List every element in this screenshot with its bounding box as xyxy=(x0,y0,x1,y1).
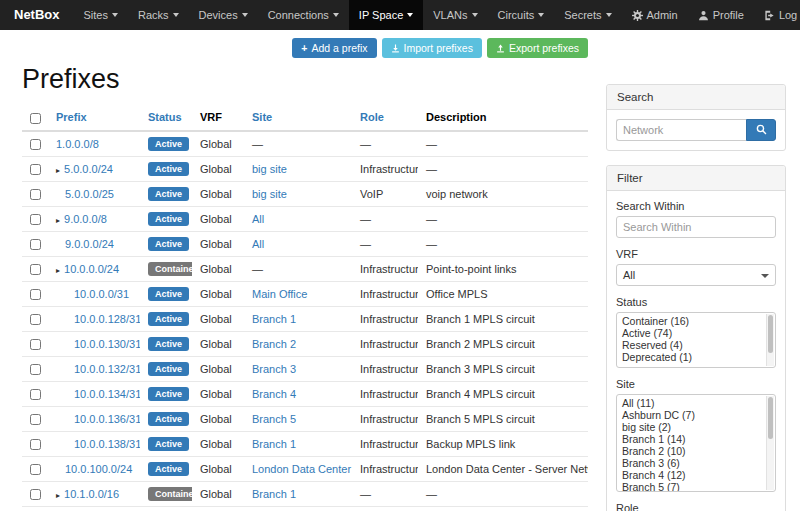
row-checkbox[interactable] xyxy=(30,414,41,425)
chevron-down-icon xyxy=(242,13,248,17)
chevron-down-icon xyxy=(472,13,478,17)
nav-item-ip-space[interactable]: IP Space xyxy=(349,0,423,30)
site-cell: Branch 1 xyxy=(244,431,352,456)
brand-logo[interactable]: NetBox xyxy=(0,0,74,30)
site-link[interactable]: London Data Center xyxy=(252,463,351,475)
nav-item-devices[interactable]: Devices xyxy=(189,0,258,30)
site-link[interactable]: Branch 4 xyxy=(252,388,296,400)
site-link[interactable]: Branch 5 xyxy=(252,413,296,425)
prefix-link[interactable]: 10.0.0.138/31 xyxy=(74,438,140,450)
prefix-link[interactable]: 5.0.0.0/25 xyxy=(65,188,114,200)
listbox-option-active-74[interactable]: Active (74) xyxy=(617,327,775,339)
search-button[interactable] xyxy=(746,119,776,141)
column-header-prefix[interactable]: Prefix xyxy=(48,105,140,131)
listbox-option-branch-3-6[interactable]: Branch 3 (6) xyxy=(617,457,775,469)
prefix-link[interactable]: 10.0.0.132/31 xyxy=(74,363,140,375)
row-checkbox[interactable] xyxy=(30,189,41,200)
nav-item-sites[interactable]: Sites xyxy=(74,0,128,30)
prefix-link[interactable]: 10.0.0.136/31 xyxy=(74,413,140,425)
prefix-link[interactable]: 10.0.0.134/31 xyxy=(74,388,140,400)
search-input[interactable] xyxy=(616,119,746,141)
prefix-cell: 10.0.0.128/31 xyxy=(48,306,140,331)
vrf-cell: Global xyxy=(192,481,244,506)
prefix-link[interactable]: 10.0.0.0/24 xyxy=(64,263,119,275)
site-link[interactable]: Branch 3 xyxy=(252,363,296,375)
prefix-cell: 10.0.0.138/31 xyxy=(48,431,140,456)
row-checkbox[interactable] xyxy=(30,439,41,450)
export-prefixes-button[interactable]: Export prefixes xyxy=(487,38,588,58)
nav-item-racks[interactable]: Racks xyxy=(128,0,189,30)
nav-item-secrets[interactable]: Secrets xyxy=(554,0,621,30)
row-checkbox[interactable] xyxy=(30,489,41,500)
nav-item-vlans[interactable]: VLANs xyxy=(423,0,487,30)
row-checkbox[interactable] xyxy=(30,214,41,225)
site-link[interactable]: Main Office xyxy=(252,288,307,300)
row-checkbox[interactable] xyxy=(30,264,41,275)
status-listbox[interactable]: Container (16)Active (74)Reserved (4)Dep… xyxy=(616,312,776,368)
site-link[interactable]: Branch 2 xyxy=(252,338,296,350)
prefix-link[interactable]: 10.0.100.0/24 xyxy=(65,463,132,475)
row-checkbox[interactable] xyxy=(30,164,41,175)
nav-item-admin[interactable]: Admin xyxy=(622,0,688,30)
site-cell: big site xyxy=(244,156,352,181)
row-checkbox-cell xyxy=(22,256,48,281)
prefix-link[interactable]: 10.0.0.130/31 xyxy=(74,338,140,350)
listbox-option-ashburn-dc-7[interactable]: Ashburn DC (7) xyxy=(617,409,775,421)
nav-item-circuits[interactable]: Circuits xyxy=(488,0,555,30)
row-checkbox[interactable] xyxy=(30,464,41,475)
description-cell: voip network xyxy=(418,181,588,206)
scrollbar-thumb[interactable] xyxy=(768,397,773,439)
prefix-row: 10.0.0.130/31ActiveGlobalBranch 2Infrast… xyxy=(22,331,588,356)
prefix-link[interactable]: 9.0.0.0/8 xyxy=(64,213,107,225)
status-cell: Active xyxy=(140,206,192,231)
site-link[interactable]: big site xyxy=(252,188,287,200)
nav-item-profile[interactable]: Profile xyxy=(688,0,754,30)
prefix-link[interactable]: 9.0.0.0/24 xyxy=(65,238,114,250)
listbox-option-branch-5-7[interactable]: Branch 5 (7) xyxy=(617,481,775,492)
site-listbox[interactable]: All (11)Ashburn DC (7)big site (2)Branch… xyxy=(616,394,776,492)
nav-item-logout[interactable]: Log out xyxy=(754,0,800,30)
row-checkbox[interactable] xyxy=(30,239,41,250)
site-link[interactable]: Branch 1 xyxy=(252,313,296,325)
column-header-site[interactable]: Site xyxy=(244,105,352,131)
row-checkbox[interactable] xyxy=(30,314,41,325)
prefix-link[interactable]: 1.0.0.0/8 xyxy=(56,138,99,150)
row-checkbox[interactable] xyxy=(30,139,41,150)
row-checkbox[interactable] xyxy=(30,389,41,400)
site-link[interactable]: All xyxy=(252,213,264,225)
import-prefixes-button[interactable]: Import prefixes xyxy=(382,38,482,58)
site-link[interactable]: big site xyxy=(252,163,287,175)
search-within-input[interactable] xyxy=(616,216,776,238)
listbox-option-branch-4-12[interactable]: Branch 4 (12) xyxy=(617,469,775,481)
nav-item-connections[interactable]: Connections xyxy=(258,0,349,30)
listbox-option-deprecated-1[interactable]: Deprecated (1) xyxy=(617,351,775,363)
row-checkbox[interactable] xyxy=(30,289,41,300)
add-prefix-button[interactable]: + Add a prefix xyxy=(292,38,376,58)
listbox-option-branch-2-10[interactable]: Branch 2 (10) xyxy=(617,445,775,457)
listbox-option-branch-1-14[interactable]: Branch 1 (14) xyxy=(617,433,775,445)
column-header-status[interactable]: Status xyxy=(140,105,192,131)
column-header-role[interactable]: Role xyxy=(352,105,418,131)
row-checkbox-cell xyxy=(22,281,48,306)
prefix-link[interactable]: 10.0.0.128/31 xyxy=(74,313,140,325)
site-link[interactable]: Branch 1 xyxy=(252,488,296,500)
row-checkbox-cell xyxy=(22,306,48,331)
prefix-link[interactable]: 5.0.0.0/24 xyxy=(64,163,113,175)
scrollbar[interactable] xyxy=(766,314,774,366)
select-all-checkbox[interactable] xyxy=(30,113,41,124)
scrollbar-thumb[interactable] xyxy=(768,315,773,353)
main-nav: SitesRacksDevicesConnectionsIP SpaceVLAN… xyxy=(74,0,622,30)
site-link[interactable]: All xyxy=(252,238,264,250)
row-checkbox[interactable] xyxy=(30,339,41,350)
prefix-link[interactable]: 10.1.0.0/16 xyxy=(64,488,119,500)
prefix-link[interactable]: 10.0.0.0/31 xyxy=(74,288,129,300)
listbox-option-reserved-4[interactable]: Reserved (4) xyxy=(617,339,775,351)
listbox-option-all-11[interactable]: All (11) xyxy=(617,397,775,409)
listbox-option-container-16[interactable]: Container (16) xyxy=(617,315,775,327)
scrollbar[interactable] xyxy=(766,396,774,490)
site-link[interactable]: Branch 1 xyxy=(252,438,296,450)
vrf-select[interactable]: All xyxy=(616,264,776,286)
user-icon xyxy=(698,10,709,21)
row-checkbox[interactable] xyxy=(30,364,41,375)
listbox-option-big-site-2[interactable]: big site (2) xyxy=(617,421,775,433)
